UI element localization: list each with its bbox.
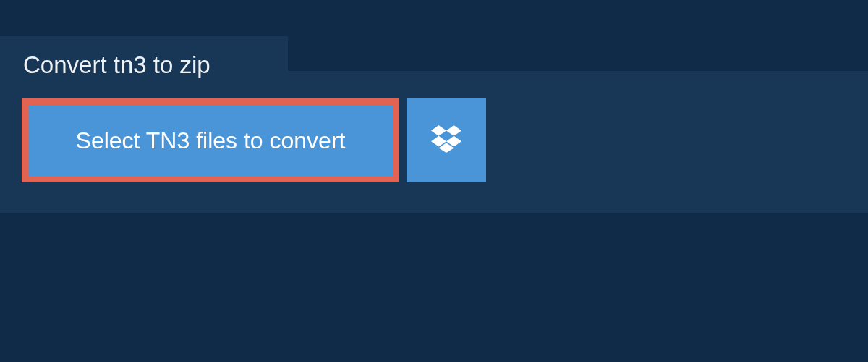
dropbox-button[interactable] [407, 98, 486, 182]
select-files-label: Select TN3 files to convert [76, 127, 346, 154]
tab-title: Convert tn3 to zip [23, 51, 210, 79]
tab-bar: Convert tn3 to zip [0, 0, 868, 71]
file-select-row: Select TN3 files to convert [22, 98, 846, 182]
tab-convert[interactable]: Convert tn3 to zip [0, 36, 288, 94]
select-files-button[interactable]: Select TN3 files to convert [22, 98, 399, 182]
dropbox-icon [431, 124, 461, 157]
